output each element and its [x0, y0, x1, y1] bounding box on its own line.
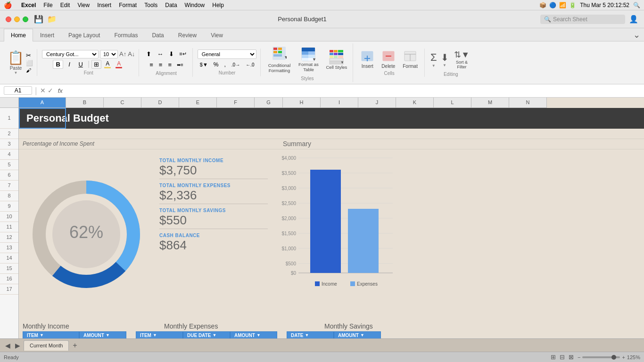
- fill-button[interactable]: ⬇ ▼: [440, 51, 450, 68]
- col-header-a[interactable]: A: [19, 98, 66, 108]
- row-2[interactable]: [19, 129, 644, 139]
- menu-help[interactable]: Help: [212, 2, 224, 8]
- save-icon[interactable]: 💾: [34, 15, 43, 24]
- search-box[interactable]: 🔍 Search Sheet: [540, 15, 625, 24]
- align-top-button[interactable]: ⬆: [144, 49, 154, 59]
- page-break-icon[interactable]: ⊠: [569, 354, 574, 361]
- border-button[interactable]: ⊞: [91, 60, 101, 69]
- currency-button[interactable]: $▼: [198, 61, 210, 68]
- zoom-in-button[interactable]: +: [622, 354, 625, 360]
- sheet-nav-left[interactable]: ◀: [4, 342, 12, 349]
- folder-icon[interactable]: 📁: [47, 15, 57, 24]
- tab-home[interactable]: Home: [4, 29, 33, 41]
- conditional-formatting-button[interactable]: ▼ Conditional Formatting: [265, 44, 293, 75]
- col-header-g[interactable]: G: [255, 98, 283, 108]
- col-header-e[interactable]: E: [179, 98, 217, 108]
- copy-button[interactable]: ⬜: [26, 60, 33, 66]
- col-header-i[interactable]: I: [321, 98, 358, 108]
- merge-center-button[interactable]: ⬌≡: [175, 60, 185, 70]
- menu-insert[interactable]: Insert: [97, 2, 111, 8]
- formula-cancel-button[interactable]: ✕: [40, 87, 46, 94]
- format-button[interactable]: Format: [400, 49, 421, 70]
- tab-formulas[interactable]: Formulas: [107, 29, 145, 41]
- add-sheet-button[interactable]: +: [73, 341, 77, 350]
- underline-button[interactable]: U: [75, 60, 86, 69]
- row-3[interactable]: Percentage of Income Spent Summary: [19, 139, 644, 149]
- percent-button[interactable]: %: [211, 60, 221, 69]
- sheet-tab-current-month[interactable]: Current Month: [24, 340, 69, 351]
- wrap-text-button[interactable]: ≡↵: [177, 49, 188, 59]
- savings-date-dropdown[interactable]: ▼: [305, 333, 309, 337]
- paste-button[interactable]: 📋 Paste ▼: [8, 50, 24, 75]
- expenses-duedate-dropdown[interactable]: ▼: [212, 333, 216, 337]
- col-header-n[interactable]: N: [509, 98, 547, 108]
- tab-review[interactable]: Review: [171, 29, 204, 41]
- savings-amount-dropdown[interactable]: ▼: [360, 333, 364, 337]
- tab-insert[interactable]: Insert: [33, 29, 61, 41]
- menu-data[interactable]: Data: [165, 2, 177, 8]
- expenses-amount-filter[interactable]: AMOUNT ▼: [230, 331, 277, 338]
- italic-button[interactable]: I: [64, 60, 74, 69]
- cell-styles-button[interactable]: ▼ Cell Styles: [324, 48, 349, 71]
- menu-view[interactable]: View: [77, 2, 90, 8]
- col-header-d[interactable]: D: [141, 98, 179, 108]
- menu-excel[interactable]: Excel: [21, 2, 36, 8]
- align-bottom-button[interactable]: ⬇: [166, 49, 176, 59]
- col-header-b[interactable]: B: [66, 98, 104, 108]
- zoom-out-button[interactable]: −: [578, 354, 580, 360]
- close-button[interactable]: [6, 16, 11, 22]
- ribbon-collapse[interactable]: ⌄: [633, 30, 640, 40]
- sort-filter-button[interactable]: ⇅▼ Sort & Filter: [452, 49, 472, 71]
- insert-button[interactable]: Insert: [358, 49, 377, 70]
- tab-view[interactable]: View: [204, 29, 230, 41]
- delete-button[interactable]: Delete: [379, 49, 398, 70]
- expenses-amount-dropdown[interactable]: ▼: [256, 333, 261, 337]
- align-center-button[interactable]: ≡: [157, 60, 165, 70]
- cut-button[interactable]: ✂: [26, 52, 33, 59]
- col-header-j[interactable]: J: [358, 98, 396, 108]
- expenses-item-filter[interactable]: ITEM ▼: [136, 331, 183, 338]
- col-header-f[interactable]: F: [217, 98, 255, 108]
- font-size-select[interactable]: 10: [100, 50, 118, 58]
- col-header-k[interactable]: K: [396, 98, 434, 108]
- align-left-button[interactable]: ≡: [147, 60, 156, 70]
- formula-input[interactable]: [69, 87, 640, 94]
- income-amount-dropdown[interactable]: ▼: [106, 333, 110, 337]
- paste-dropdown[interactable]: ▼: [14, 71, 18, 75]
- menu-tools[interactable]: Tools: [144, 2, 157, 8]
- align-middle-button[interactable]: ↔: [155, 49, 165, 59]
- income-item-dropdown[interactable]: ▼: [40, 333, 44, 337]
- col-header-m[interactable]: M: [471, 98, 509, 108]
- increase-decimal-button[interactable]: .0→: [229, 61, 242, 68]
- comma-button[interactable]: ,: [222, 60, 228, 69]
- menu-file[interactable]: File: [43, 2, 52, 8]
- sheet-nav-right[interactable]: ▶: [14, 342, 22, 349]
- zoom-slider[interactable]: [582, 356, 620, 358]
- apple-icon[interactable]: 🍎: [4, 1, 12, 9]
- menu-window[interactable]: Window: [185, 2, 205, 8]
- sum-button[interactable]: Σ ▼: [429, 50, 438, 69]
- increase-font-button[interactable]: A↑: [119, 50, 126, 58]
- font-color-button[interactable]: A: [114, 60, 124, 69]
- menu-edit[interactable]: Edit: [60, 2, 70, 8]
- tab-data[interactable]: Data: [145, 29, 171, 41]
- savings-amount-filter[interactable]: AMOUNT ▼: [334, 331, 381, 338]
- bold-button[interactable]: B: [53, 60, 63, 69]
- zoom-control[interactable]: − + 125%: [578, 354, 640, 360]
- page-layout-icon[interactable]: ⊟: [560, 354, 565, 361]
- expenses-item-dropdown[interactable]: ▼: [153, 333, 157, 337]
- fill-color-button[interactable]: A: [102, 60, 113, 69]
- col-header-l[interactable]: L: [434, 98, 471, 108]
- col-header-h[interactable]: H: [283, 98, 321, 108]
- col-header-c[interactable]: C: [104, 98, 141, 108]
- search-icon[interactable]: 🔍: [633, 2, 640, 8]
- decrease-decimal-button[interactable]: ←.0: [243, 61, 256, 68]
- minimize-button[interactable]: [14, 16, 20, 22]
- cell-reference-box[interactable]: [4, 86, 32, 95]
- align-right-button[interactable]: ≡: [165, 60, 174, 70]
- format-painter-button[interactable]: 🖌: [26, 67, 33, 73]
- formula-fx-label[interactable]: fx: [55, 87, 66, 94]
- savings-date-filter[interactable]: DATE ▼: [287, 331, 334, 338]
- decrease-font-button[interactable]: A↓: [128, 50, 135, 58]
- font-family-select[interactable]: Century Got...: [42, 50, 99, 58]
